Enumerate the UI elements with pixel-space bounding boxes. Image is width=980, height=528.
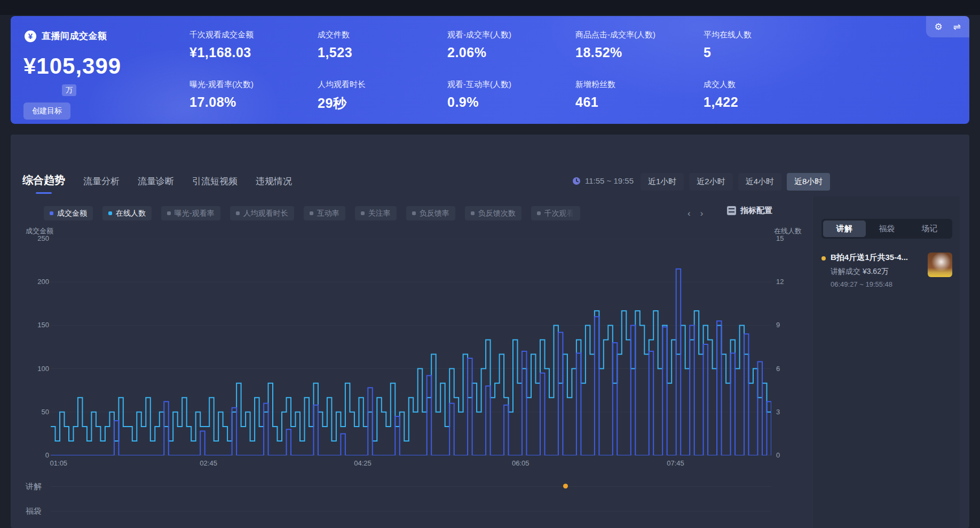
left-tick-label: 100 <box>25 365 49 373</box>
side-tab-场记[interactable]: 场记 <box>908 220 951 237</box>
chip-关注率[interactable]: 关注率 <box>355 206 397 220</box>
time-range-button[interactable]: 近2小时 <box>689 173 732 191</box>
chip-label: 成交金额 <box>57 209 87 218</box>
chip-负反馈次数[interactable]: 负反馈次数 <box>465 206 521 220</box>
item-sub-label: 讲解成交 <box>831 267 860 275</box>
chip-dot-icon <box>50 211 53 215</box>
chip-dot-icon <box>167 211 171 215</box>
chip-label: 关注率 <box>368 209 391 218</box>
timeline-marker-dot[interactable] <box>563 484 568 488</box>
chip-成交金额[interactable]: 成交金额 <box>44 206 93 220</box>
series-在线人数 <box>51 311 771 455</box>
clock-icon <box>572 177 581 185</box>
main-tabs: 综合趋势流量分析流量诊断引流短视频违规情况 <box>22 173 292 194</box>
x-tick-label: 04:25 <box>354 459 372 467</box>
metric-label: 人均观看时长 <box>318 80 440 90</box>
trend-chart <box>51 239 771 455</box>
series-成交金额 <box>51 269 771 455</box>
item-bullet-icon <box>821 256 826 261</box>
chip-label: 负反馈次数 <box>478 209 516 218</box>
chips-prev-icon[interactable]: ‹ <box>687 208 691 219</box>
chip-dot-icon <box>412 211 416 215</box>
tab-违规情况[interactable]: 违规情况 <box>256 175 292 194</box>
chip-dot-icon <box>108 211 112 215</box>
x-tick-label: 06:05 <box>512 459 529 467</box>
time-range: 11:55 ~ 19:55 <box>572 176 634 185</box>
metric-label: 新增粉丝数 <box>575 80 698 90</box>
config-grid-icon <box>727 206 736 215</box>
metric-value: 5 <box>704 45 826 60</box>
chip-在线人数[interactable]: 在线人数 <box>102 206 152 220</box>
time-range-button[interactable]: 近1小时 <box>641 173 684 191</box>
metric-chips: 成交金额在线人数曝光-观看率人均观看时长互动率关注率负反馈率负反馈次数千次观看 <box>44 206 580 220</box>
metric: 观看-互动率(人数)0.9% <box>447 80 570 110</box>
metric-column: 平均在线人数5成交人数1,422 <box>704 30 826 129</box>
metric: 千次观看成交金额¥1,168.03 <box>189 30 312 60</box>
chip-互动率[interactable]: 互动率 <box>304 206 345 220</box>
tab-流量诊断[interactable]: 流量诊断 <box>138 175 174 194</box>
x-tick-label: 01:05 <box>50 459 68 467</box>
metric-value: 461 <box>575 94 698 110</box>
metric-column: 商品点击-成交率(人数)18.52%新增粉丝数461 <box>575 30 698 129</box>
metric: 曝光-观看率(次数)17.08% <box>189 80 312 110</box>
chip-dot-icon <box>310 211 313 215</box>
metric-label: 观看-互动率(人数) <box>447 80 570 90</box>
indicator-config-button[interactable]: 指标配置 <box>727 206 772 216</box>
timeline-row-line <box>51 486 771 487</box>
metric: 观看-成交率(人数)2.06% <box>447 30 570 60</box>
chip-dot-icon <box>537 211 541 215</box>
metric-column: 千次观看成交金额¥1,168.03曝光-观看率(次数)17.08% <box>189 30 312 129</box>
explain-list-item[interactable]: B拍4斤送1斤共35-4... 讲解成交 ¥3.62万 06:49:27 ~ 1… <box>821 253 952 288</box>
metric: 平均在线人数5 <box>704 30 826 60</box>
dashboard-stage: ⚙ ⇌ ¥ 直播间成交金额 ¥105,399 万 创建目标 千次观看成交金额¥1… <box>0 0 980 528</box>
x-tick-label: 07:45 <box>667 459 684 467</box>
chip-dot-icon <box>471 211 475 215</box>
chip-label: 曝光-观看率 <box>175 209 215 218</box>
right-tick-label: 12 <box>776 278 784 286</box>
chip-label: 人均观看时长 <box>243 209 288 218</box>
x-tick-label: 02:45 <box>200 459 217 467</box>
metric: 商品点击-成交率(人数)18.52% <box>575 30 698 60</box>
right-tick-label: 6 <box>776 365 780 373</box>
time-range-button[interactable]: 近4小时 <box>738 173 781 191</box>
time-range-button[interactable]: 近8小时 <box>787 173 830 191</box>
product-thumbnail <box>928 253 952 277</box>
tab-流量分析[interactable]: 流量分析 <box>83 175 120 194</box>
chips-next-icon[interactable]: › <box>700 208 704 219</box>
left-tick-label: 250 <box>25 234 49 242</box>
metric: 成交件数1,523 <box>318 30 440 60</box>
right-tick-label: 15 <box>776 234 784 242</box>
left-tick-label: 200 <box>25 278 49 286</box>
kpi-banner: ⚙ ⇌ ¥ 直播间成交金额 ¥105,399 万 创建目标 千次观看成交金额¥1… <box>11 16 969 124</box>
main-metric-value: ¥105,399 <box>23 53 121 79</box>
side-tab-讲解[interactable]: 讲解 <box>823 220 866 237</box>
metric-value: 17.08% <box>189 94 312 110</box>
side-tab-福袋[interactable]: 福袋 <box>866 220 908 237</box>
gear-icon[interactable]: ⚙ <box>935 22 943 31</box>
metric-label: 曝光-观看率(次数) <box>189 80 312 90</box>
metric-label: 观看-成交率(人数) <box>447 30 570 40</box>
metric: 新增粉丝数461 <box>575 80 698 110</box>
metric-label: 成交件数 <box>318 30 440 40</box>
create-goal-button[interactable]: 创建目标 <box>23 103 70 120</box>
item-title: B拍4斤送1斤共35-4... <box>831 253 923 263</box>
tab-综合趋势[interactable]: 综合趋势 <box>22 173 65 194</box>
metric: 成交人数1,422 <box>704 80 826 110</box>
swap-icon[interactable]: ⇌ <box>953 22 961 31</box>
main-metric-label: 直播间成交金额 <box>42 30 107 42</box>
metric-value: 0.9% <box>447 94 570 110</box>
metric-label: 商品点击-成交率(人数) <box>575 30 698 40</box>
right-tick-label: 3 <box>776 408 780 416</box>
chip-负反馈率[interactable]: 负反馈率 <box>406 206 455 220</box>
item-sub-value: ¥3.62万 <box>863 267 889 275</box>
chip-曝光-观看率[interactable]: 曝光-观看率 <box>161 206 220 220</box>
metric-value: ¥1,168.03 <box>189 45 312 60</box>
chip-千次观看[interactable]: 千次观看 <box>531 206 580 220</box>
chip-人均观看时长[interactable]: 人均观看时长 <box>230 206 294 220</box>
banner-corner-actions: ⚙ ⇌ <box>926 16 970 37</box>
metric-label: 千次观看成交金额 <box>189 30 312 40</box>
tab-引流短视频[interactable]: 引流短视频 <box>192 175 238 194</box>
metric-label: 平均在线人数 <box>704 30 826 40</box>
item-subtitle: 讲解成交 ¥3.62万 <box>831 267 923 277</box>
chip-label: 互动率 <box>317 209 339 218</box>
